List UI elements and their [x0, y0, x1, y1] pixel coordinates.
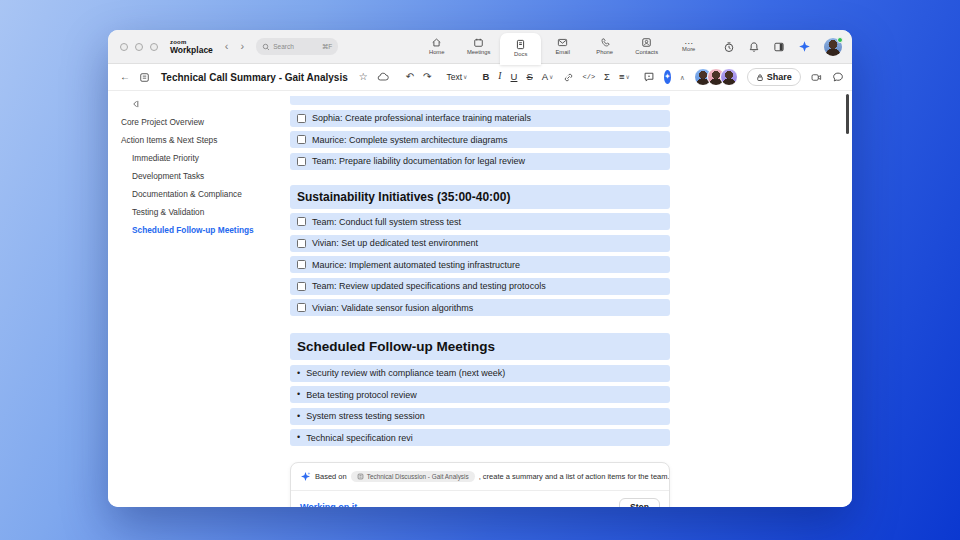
ai-status-row: Working on it... Stop — [291, 491, 669, 507]
app-top-bar: zoom Workplace ‹ › Search ⌘F Home Mee — [108, 30, 852, 64]
checkbox[interactable] — [297, 239, 306, 248]
outline-item-active[interactable]: Scheduled Follow-up Meetings — [121, 226, 283, 236]
history-forward-icon[interactable]: › — [241, 41, 245, 52]
side-panel-toggle-icon[interactable] — [773, 41, 785, 53]
collapse-toolbar-icon[interactable]: ∧ — [680, 74, 685, 81]
checkbox[interactable] — [297, 135, 306, 144]
redo-icon[interactable]: ↷ — [423, 72, 431, 82]
collaborator-avatar[interactable] — [720, 68, 738, 86]
undo-icon[interactable]: ↶ — [406, 72, 414, 82]
chat-icon[interactable] — [832, 71, 844, 83]
minimize-window-button[interactable] — [135, 43, 143, 51]
ai-prompt-row: Based on Technical Discussion - Gait Ana… — [291, 463, 669, 490]
tab-meetings[interactable]: Meetings — [458, 32, 499, 62]
checkbox[interactable] — [297, 303, 306, 312]
section-heading[interactable]: Scheduled Follow-up Meetings — [290, 333, 670, 360]
status-dot — [837, 37, 843, 43]
tab-docs[interactable]: Docs — [500, 33, 541, 65]
lock-icon — [756, 73, 764, 82]
history-clock-icon[interactable] — [723, 41, 735, 53]
checkbox[interactable] — [297, 282, 306, 291]
outline-item[interactable]: Testing & Validation — [121, 208, 283, 218]
history-back-icon[interactable]: ‹ — [225, 41, 229, 52]
logo-zoom-text: zoom — [170, 39, 213, 45]
link-icon[interactable] — [563, 72, 574, 83]
todo-item[interactable]: Maurice: Complete system architecture di… — [290, 131, 670, 148]
stop-button[interactable]: Stop — [619, 498, 660, 507]
checkbox[interactable] — [297, 217, 306, 226]
outline-item[interactable]: Action Items & Next Steps — [121, 136, 283, 146]
collapse-outline-icon[interactable] — [130, 99, 283, 109]
share-button[interactable]: Share — [747, 68, 801, 86]
strikethrough-button[interactable]: S — [526, 72, 532, 82]
search-input[interactable]: Search ⌘F — [256, 38, 338, 55]
tab-contacts[interactable]: Contacts — [626, 32, 667, 62]
tab-more[interactable]: ··· More — [668, 32, 709, 62]
bullet-item[interactable]: • Technical specification revi — [290, 429, 670, 446]
text-color-button[interactable]: A ∨ — [542, 72, 554, 82]
tab-home[interactable]: Home — [416, 32, 457, 62]
outline-item[interactable]: Development Tasks — [121, 172, 283, 182]
section-heading[interactable]: Sustainability Initiatives (35:00-40:00) — [290, 185, 670, 209]
video-call-icon[interactable] — [810, 72, 823, 83]
source-document-pill[interactable]: Technical Discussion - Gait Analysis — [351, 471, 475, 482]
close-window-button[interactable] — [120, 43, 128, 51]
todo-item[interactable]: Vivian: Set up dedicated test environmen… — [290, 235, 670, 252]
formula-icon[interactable]: Σ — [604, 72, 610, 82]
bullet-item[interactable]: • Beta testing protocol review — [290, 386, 670, 403]
ai-sparkle-icon — [300, 471, 311, 482]
outline-item[interactable]: Documentation & Compliance — [121, 190, 283, 200]
ai-prompt-suffix: , create a summary and a list of action … — [479, 472, 669, 481]
bold-button[interactable]: B — [482, 72, 489, 82]
checkbox[interactable] — [297, 260, 306, 269]
outline-item[interactable]: Core Project Overview — [121, 118, 283, 128]
document-toolbar: ← Technical Call Summary - Gait Analysis… — [108, 64, 852, 91]
doc-row-partial[interactable] — [290, 96, 670, 105]
bullet-item[interactable]: • Security review with compliance team (… — [290, 365, 670, 382]
todo-item[interactable]: Team: Conduct full system stress test — [290, 213, 670, 230]
user-avatar[interactable] — [824, 38, 842, 56]
email-icon — [557, 37, 568, 48]
tab-phone[interactable]: Phone — [584, 32, 625, 62]
home-icon — [431, 37, 442, 48]
back-arrow-icon[interactable]: ← — [120, 72, 130, 82]
scrollbar-thumb[interactable] — [846, 94, 849, 134]
window-controls[interactable] — [120, 43, 158, 51]
zoom-workplace-window: zoom Workplace ‹ › Search ⌘F Home Mee — [108, 30, 852, 507]
alignment-dropdown[interactable]: ≡ ∨ — [619, 72, 630, 82]
search-shortcut: ⌘F — [322, 43, 332, 51]
notifications-bell-icon[interactable] — [748, 41, 760, 53]
contacts-icon — [641, 37, 652, 48]
document-title: Technical Call Summary - Gait Analysis — [161, 72, 348, 83]
more-icon: ··· — [684, 41, 693, 45]
search-placeholder: Search — [273, 44, 299, 50]
zoom-workplace-logo: zoom Workplace — [170, 39, 213, 55]
zoom-window-button[interactable] — [150, 43, 158, 51]
todo-item[interactable]: Team: Prepare liability documentation fo… — [290, 153, 670, 170]
bullet-icon: • — [297, 369, 300, 378]
comment-icon[interactable] — [643, 71, 655, 83]
favorite-star-icon[interactable]: ☆ — [359, 72, 368, 82]
todo-item[interactable]: Vivian: Validate sensor fusion algorithm… — [290, 299, 670, 316]
bullet-icon: • — [297, 390, 300, 399]
code-icon[interactable]: </> — [583, 73, 596, 81]
meetings-icon — [473, 37, 484, 48]
checkbox[interactable] — [297, 157, 306, 166]
ai-companion-sparkle-icon[interactable] — [798, 40, 811, 53]
tab-email[interactable]: Email — [542, 32, 583, 62]
italic-button[interactable]: I — [498, 72, 501, 82]
main-navigation: Home Meetings Docs Email Phone — [416, 32, 709, 62]
outline-item[interactable]: Immediate Priority — [121, 154, 283, 164]
ai-status-text: Working on it... — [300, 502, 365, 508]
todo-item[interactable]: Sophia: Create professional interface tr… — [290, 110, 670, 127]
docs-icon — [515, 39, 526, 50]
todo-item[interactable]: Maurice: Implement automated testing inf… — [290, 256, 670, 273]
ai-add-button[interactable]: ✦ — [664, 70, 671, 84]
underline-button[interactable]: U — [511, 72, 518, 82]
bullet-item[interactable]: • System stress testing session — [290, 408, 670, 425]
checkbox[interactable] — [297, 114, 306, 123]
todo-item[interactable]: Team: Review updated specifications and … — [290, 278, 670, 295]
bullet-icon: • — [297, 433, 300, 442]
collaborator-avatars — [694, 68, 738, 86]
text-style-dropdown[interactable]: Text ∨ — [446, 73, 467, 82]
